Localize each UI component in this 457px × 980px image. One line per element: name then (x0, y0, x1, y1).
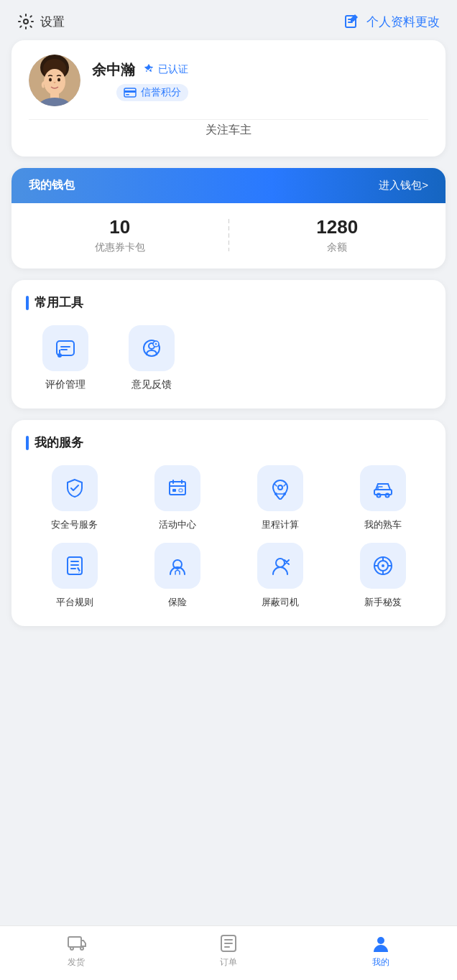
follow-car-owner-button[interactable]: 关注车主 (29, 119, 428, 141)
services-section-title: 我的服务 (26, 434, 431, 451)
bottom-nav: 发货 订单 我的 (0, 925, 457, 980)
familiar-car-label: 我的熟车 (364, 518, 402, 531)
review-icon (54, 337, 77, 360)
edit-profile-icon (343, 13, 361, 30)
activity-icon-bg (154, 465, 200, 511)
balance-label: 余额 (229, 241, 446, 254)
familiar-car-icon-bg (360, 465, 406, 511)
newbie-icon-bg (360, 543, 406, 589)
services-section: 我的服务 安全号服务 (11, 420, 446, 626)
nav-mine-label: 我的 (372, 956, 389, 969)
credit-icon (124, 88, 137, 98)
tool-feedback[interactable]: 意见反馈 (112, 325, 191, 391)
tools-grid: 评价管理 意见反馈 (26, 325, 431, 391)
tool-review[interactable]: 评价管理 (26, 325, 105, 391)
insurance-icon (166, 554, 189, 577)
svg-point-0 (24, 19, 28, 24)
nav-mine[interactable]: 我的 (352, 933, 410, 969)
mileage-icon-bg (257, 465, 303, 511)
svg-point-36 (80, 947, 83, 950)
svg-point-22 (278, 485, 282, 490)
profile-top: 余中瀚 已认证 信誉积分 (29, 55, 428, 106)
service-familiar-car[interactable]: 我的熟车 (334, 465, 431, 531)
service-block-driver[interactable]: 屏蔽司机 (231, 543, 328, 609)
nav-shipping-label: 发货 (68, 956, 85, 969)
review-icon-bg (42, 325, 88, 371)
svg-rect-12 (124, 90, 136, 93)
block-driver-icon (269, 554, 292, 577)
service-newbie[interactable]: 新手秘笈 (334, 543, 431, 609)
service-activity[interactable]: 活动中心 (129, 465, 226, 531)
svg-point-38 (377, 937, 384, 944)
coupon-count: 10 (11, 216, 228, 238)
section-title-bar (26, 296, 29, 310)
block-driver-label: 屏蔽司机 (262, 596, 299, 609)
svg-point-15 (57, 353, 62, 358)
profile-info: 余中瀚 已认证 信誉积分 (92, 60, 188, 101)
platform-rules-label: 平台规则 (56, 596, 93, 609)
wallet-title: 我的钱包 (29, 178, 75, 193)
coupon-label: 优惠券卡包 (11, 241, 228, 254)
coupon-item[interactable]: 10 优惠券卡包 (11, 216, 228, 254)
svg-rect-20 (172, 489, 176, 492)
credit-label: 信誉积分 (141, 86, 181, 99)
profile-name-row: 余中瀚 已认证 (92, 60, 188, 80)
nav-shipping[interactable]: 发货 (47, 933, 105, 969)
profile-edit-button[interactable]: 个人资料更改 (343, 13, 440, 30)
tools-section-title: 常用工具 (26, 294, 431, 311)
verified-label: 已认证 (158, 63, 188, 76)
profile-edit-label: 个人资料更改 (366, 14, 440, 30)
platform-rules-icon-bg (52, 543, 98, 589)
enter-wallet-button[interactable]: 进入钱包> (379, 179, 428, 192)
review-label: 评价管理 (45, 378, 86, 391)
profile-card: 余中瀚 已认证 信誉积分 (11, 40, 446, 157)
insurance-icon-bg (154, 543, 200, 589)
svg-rect-13 (126, 94, 129, 95)
svg-point-24 (283, 493, 286, 495)
svg-point-6 (44, 69, 65, 95)
wallet-header[interactable]: 我的钱包 进入钱包> (11, 168, 446, 203)
feedback-icon-bg (129, 325, 175, 371)
shipping-icon (66, 933, 86, 953)
service-mileage[interactable]: 里程计算 (231, 465, 328, 531)
safety-icon-bg (52, 465, 98, 511)
nav-orders-label: 订单 (220, 956, 237, 969)
orders-icon (218, 933, 239, 953)
service-safety[interactable]: 安全号服务 (26, 465, 123, 531)
familiar-car-icon (371, 477, 394, 500)
activity-icon (166, 477, 189, 500)
profile-name: 余中瀚 (92, 60, 135, 80)
svg-point-35 (70, 947, 73, 950)
service-platform-rules[interactable]: 平台规则 (26, 543, 123, 609)
top-bar: 设置 个人资料更改 (0, 0, 457, 40)
services-grid: 安全号服务 活动中心 (26, 465, 431, 609)
svg-point-23 (274, 493, 277, 495)
settings-button[interactable]: 设置 (17, 13, 65, 30)
activity-label: 活动中心 (159, 518, 196, 531)
balance-item[interactable]: 1280 余额 (229, 216, 446, 254)
platform-rules-icon (63, 554, 86, 577)
insurance-label: 保险 (168, 596, 187, 609)
svg-point-9 (49, 78, 52, 82)
svg-point-10 (57, 78, 60, 82)
gear-icon (17, 13, 34, 30)
svg-rect-19 (170, 482, 185, 495)
nav-orders[interactable]: 订单 (200, 933, 257, 969)
safety-icon (63, 477, 86, 500)
mine-icon (371, 933, 391, 953)
safety-label: 安全号服务 (51, 518, 98, 531)
verified-icon (142, 63, 155, 76)
credit-badge[interactable]: 信誉积分 (116, 84, 188, 101)
avatar (29, 55, 80, 106)
verified-badge: 已认证 (142, 63, 188, 76)
svg-point-30 (276, 559, 285, 567)
block-driver-icon-bg (257, 543, 303, 589)
services-title-bar (26, 436, 29, 450)
service-insurance[interactable]: 保险 (129, 543, 226, 609)
mileage-icon (269, 477, 292, 500)
mileage-label: 里程计算 (262, 518, 299, 531)
wallet-body: 10 优惠券卡包 1280 余额 (11, 203, 446, 269)
newbie-label: 新手秘笈 (364, 596, 402, 609)
svg-point-33 (382, 564, 384, 567)
newbie-icon (371, 554, 394, 577)
